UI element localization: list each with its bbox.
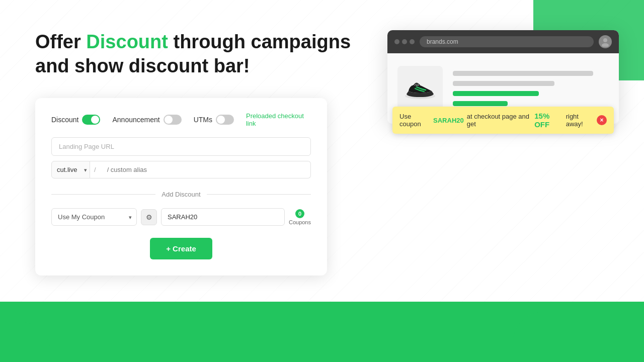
discount-bar-suffix: right away! <box>566 113 594 128</box>
browser-dot-3 <box>410 39 415 44</box>
discount-label: Discount <box>51 116 78 124</box>
product-title-bar <box>453 71 593 76</box>
coupon-type-select[interactable]: Use My Coupon <box>51 208 137 226</box>
coupons-badge: 0 <box>295 209 304 218</box>
domain-select-wrapper: cut.live <box>51 161 90 178</box>
divider-line-right <box>207 194 311 195</box>
bg-decoration-bottom-right <box>513 312 644 362</box>
browser-dot-2 <box>402 39 407 44</box>
product-action-bar <box>453 101 508 106</box>
discount-bar-prefix: Use coupon <box>399 113 430 128</box>
custom-alias-input[interactable] <box>100 161 311 178</box>
discount-toggle-item: Discount <box>51 115 100 125</box>
coupons-label: Coupons <box>289 219 311 225</box>
add-discount-divider: Add Discount <box>51 191 311 198</box>
create-button[interactable]: + Create <box>150 238 212 259</box>
right-panel: brands.com <box>387 30 619 124</box>
headline: Offer Discount through campaignsand show… <box>35 30 367 78</box>
browser-dots <box>394 39 415 44</box>
add-discount-label: Add Discount <box>162 191 200 198</box>
announcement-toggle[interactable] <box>164 115 182 125</box>
coupons-button[interactable]: 0 Coupons <box>289 209 311 225</box>
discount-bar-off-text: 15% OFF <box>534 112 562 129</box>
form-card: Discount Announcement UTMs Preloaded che… <box>35 98 327 276</box>
product-subtitle-bar <box>453 81 554 86</box>
discount-toggle[interactable] <box>82 115 100 125</box>
svg-point-0 <box>603 38 607 42</box>
utms-label: UTMs <box>194 116 212 124</box>
discount-notification-bar: Use coupon SARAH20 at checkout page and … <box>392 107 614 134</box>
coupon-settings-btn[interactable]: ⚙ <box>141 209 157 225</box>
headline-prefix: Offer <box>35 31 86 52</box>
coupon-type-wrapper: Use My Coupon <box>51 208 137 226</box>
coupon-code-input[interactable] <box>161 208 285 226</box>
announcement-label: Announcement <box>112 116 159 124</box>
preloaded-checkout-link[interactable]: Preloaded checkout link <box>246 112 311 127</box>
product-details <box>453 71 609 106</box>
domain-slash: / <box>90 161 100 178</box>
browser-url-bar[interactable]: brands.com <box>420 36 594 47</box>
divider-line-left <box>51 194 155 195</box>
svg-point-1 <box>602 43 609 47</box>
product-price-bar <box>453 91 539 96</box>
domain-select[interactable]: cut.live <box>51 161 90 178</box>
discount-bar-middle: at checkout page and get <box>467 113 531 128</box>
discount-bar-coupon-code: SARAH20 <box>433 117 464 124</box>
utms-toggle-item: UTMs <box>194 115 234 125</box>
utms-toggle[interactable] <box>216 115 234 125</box>
sneaker-icon <box>403 75 438 103</box>
browser-mockup: brands.com <box>387 30 619 124</box>
left-panel: Offer Discount through campaignsand show… <box>35 30 367 276</box>
toggle-row: Discount Announcement UTMs Preloaded che… <box>51 112 311 127</box>
domain-row: cut.live / <box>51 161 311 178</box>
announcement-toggle-item: Announcement <box>112 115 181 125</box>
discount-bar-close-btn[interactable]: × <box>597 115 607 125</box>
product-image <box>397 66 443 111</box>
landing-page-url-input[interactable] <box>51 137 311 156</box>
coupon-row: Use My Coupon ⚙ 0 Coupons <box>51 208 311 226</box>
browser-toolbar: brands.com <box>387 30 619 53</box>
headline-highlight: Discount <box>86 31 168 52</box>
browser-avatar <box>599 35 612 48</box>
browser-dot-1 <box>394 39 399 44</box>
